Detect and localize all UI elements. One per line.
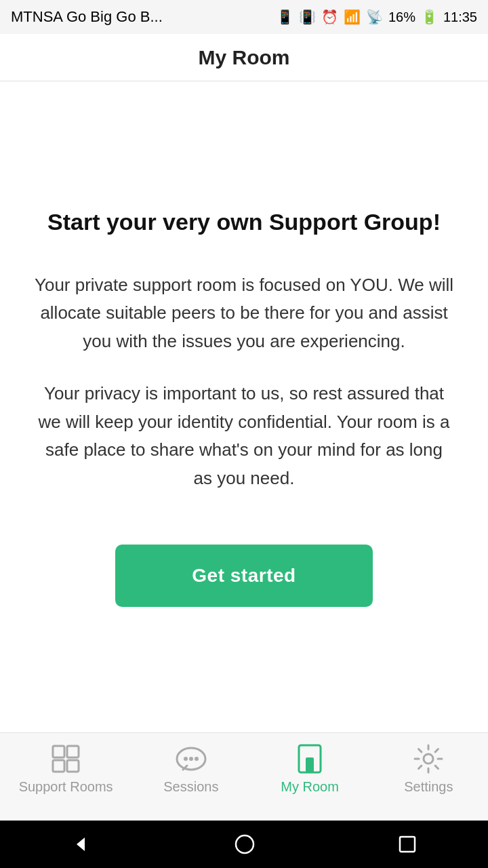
header: My Room <box>0 34 488 81</box>
battery-icon: 🔋 <box>421 9 438 25</box>
paragraph-1: Your private support room is focused on … <box>34 271 454 356</box>
svg-rect-9 <box>306 757 314 772</box>
home-button[interactable] <box>235 834 255 854</box>
status-icons: 📱 📳 ⏰ 📶 📡 16% 🔋 11:35 <box>277 9 477 25</box>
svg-rect-1 <box>67 746 79 757</box>
carrier-text: MTNSA Go Big Go B... <box>11 8 163 26</box>
alarm-icon: ⏰ <box>321 9 338 25</box>
nav-label-sessions: Sessions <box>163 779 218 795</box>
svg-point-10 <box>424 754 433 764</box>
svg-rect-2 <box>53 760 64 772</box>
svg-rect-3 <box>67 760 79 772</box>
my-room-icon <box>293 743 326 775</box>
svg-rect-13 <box>400 837 415 852</box>
nav-item-settings[interactable]: Settings <box>388 743 469 795</box>
back-button[interactable] <box>71 834 92 854</box>
nav-label-settings: Settings <box>404 779 453 795</box>
nav-item-my-room[interactable]: My Room <box>269 743 350 795</box>
signal-icon: 📡 <box>366 9 383 25</box>
system-nav-bar <box>0 821 488 868</box>
paragraph-2: Your privacy is important to us, so rest… <box>34 380 454 492</box>
svg-marker-11 <box>77 837 85 851</box>
bottom-nav: Support Rooms Sessions My Room <box>0 732 488 821</box>
vibrate-icon: 📳 <box>299 9 316 25</box>
svg-rect-0 <box>53 746 64 757</box>
nav-label-support-rooms: Support Rooms <box>19 779 113 795</box>
nav-label-my-room: My Room <box>281 779 339 795</box>
get-started-button[interactable]: Get started <box>115 545 373 607</box>
battery-text: 16% <box>388 9 415 25</box>
main-heading: Start your very own Support Group! <box>47 207 441 237</box>
status-bar: MTNSA Go Big Go B... 📱 📳 ⏰ 📶 📡 16% 🔋 11:… <box>0 0 488 34</box>
nav-item-support-rooms[interactable]: Support Rooms <box>19 743 113 795</box>
svg-point-12 <box>236 835 253 853</box>
nav-item-sessions[interactable]: Sessions <box>150 743 232 795</box>
settings-icon <box>412 743 445 775</box>
svg-point-5 <box>184 757 188 761</box>
sessions-icon <box>175 743 207 775</box>
main-content: Start your very own Support Group! Your … <box>0 81 488 732</box>
recents-button[interactable] <box>398 835 417 854</box>
support-rooms-icon <box>49 743 82 775</box>
svg-point-7 <box>195 757 199 761</box>
time-text: 11:35 <box>443 9 477 25</box>
wifi-icon: 📶 <box>344 9 361 25</box>
svg-point-6 <box>189 757 193 761</box>
page-title: My Room <box>199 46 290 69</box>
whatsapp-icon: 📱 <box>277 9 293 25</box>
